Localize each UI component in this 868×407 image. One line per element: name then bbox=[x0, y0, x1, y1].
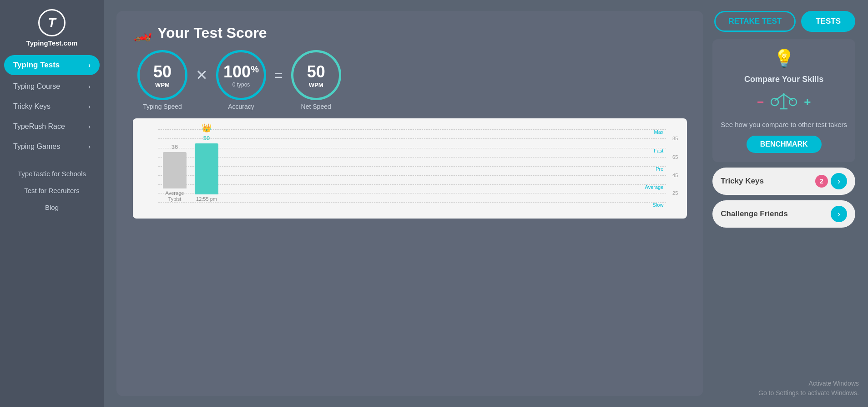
net-speed-container: 50 WPM Net Speed bbox=[291, 50, 341, 110]
sidebar-item-typing-tests[interactable]: Typing Tests › bbox=[4, 55, 100, 75]
chart-line-slow bbox=[158, 202, 666, 203]
bar-avg bbox=[163, 152, 187, 188]
sidebar-item-typing-games[interactable]: Typing Games › bbox=[4, 137, 100, 156]
chart-label-fast: Fast bbox=[654, 148, 663, 153]
net-speed-value: 50 bbox=[307, 62, 325, 81]
accuracy-value: 100 bbox=[223, 62, 251, 81]
svg-point-5 bbox=[789, 98, 797, 106]
compare-title: Compare Your Skills bbox=[744, 75, 823, 84]
typing-speed-unit: WPM bbox=[155, 81, 170, 88]
chart-bars: 36 AverageTypist 👑 50 12:55 pm bbox=[163, 123, 218, 202]
sidebar-item-blog[interactable]: Blog bbox=[4, 199, 100, 216]
speedometer-icon: 🏎️ bbox=[133, 24, 152, 42]
chart-line-65 bbox=[158, 157, 666, 158]
chart-line-max bbox=[158, 129, 666, 130]
main-content: 🏎️ Your Test Score 50 WPM Typing Speed ✕ bbox=[104, 0, 868, 407]
chart-line-avg bbox=[158, 184, 666, 185]
typing-speed-container: 50 WPM Typing Speed bbox=[137, 50, 187, 110]
action-buttons: RETAKE TEST TESTS bbox=[712, 11, 855, 32]
chart-inner: 85 65 45 25 Max Fast Pro Average Slow 36 bbox=[140, 125, 680, 215]
typing-speed-value: 50 bbox=[153, 62, 172, 81]
bar-user bbox=[195, 143, 218, 194]
plus-icon: + bbox=[804, 95, 811, 109]
bar-user-group: 👑 50 12:55 pm bbox=[195, 123, 218, 202]
accuracy-container: 100 % 0 typos Accuracy bbox=[216, 50, 266, 110]
logo-text: TypingTest.com bbox=[26, 39, 78, 47]
percent-sign: % bbox=[251, 62, 259, 75]
logo-area: T TypingTest.com bbox=[26, 9, 78, 47]
chevron-right-icon: › bbox=[88, 61, 91, 69]
nav-label-tricky-keys: Tricky Keys bbox=[13, 102, 50, 111]
chart-line-fast bbox=[158, 148, 666, 148]
right-panel: RETAKE TEST TESTS 💡 Compare Your Skills … bbox=[712, 11, 855, 396]
challenge-friends-arrow[interactable]: › bbox=[831, 206, 847, 222]
nav-label-typing-tests: Typing Tests bbox=[13, 61, 60, 70]
sidebar-item-typetastic[interactable]: TypeTastic for Schools bbox=[4, 165, 100, 182]
nav-label-typerush-race: TypeRush Race bbox=[13, 122, 65, 131]
chart-line-pro bbox=[158, 166, 666, 167]
bar-avg-value: 36 bbox=[172, 143, 178, 150]
scales-icon bbox=[770, 91, 797, 113]
chart-label-slow: Slow bbox=[653, 202, 664, 208]
chart-y-25: 25 bbox=[672, 190, 678, 196]
typing-speed-circle: 50 WPM bbox=[137, 50, 187, 100]
tricky-keys-right: 2 › bbox=[811, 173, 847, 189]
tricky-keys-arrow[interactable]: › bbox=[831, 173, 847, 189]
chart-area: 85 65 45 25 Max Fast Pro Average Slow 36 bbox=[133, 118, 687, 219]
accuracy-circle: 100 % 0 typos bbox=[216, 50, 266, 100]
logo-icon: T bbox=[48, 15, 56, 30]
benchmark-button[interactable]: BENCHMARK bbox=[747, 136, 822, 153]
tests-button[interactable]: TESTS bbox=[801, 11, 855, 32]
chevron-right-icon: › bbox=[88, 83, 91, 90]
chart-line-25 bbox=[158, 193, 666, 193]
typing-speed-label: Typing Speed bbox=[143, 103, 182, 110]
nav-label-typing-course: Typing Course bbox=[13, 82, 60, 91]
sidebar-item-typing-course[interactable]: Typing Course › bbox=[4, 77, 100, 96]
chart-label-max: Max bbox=[654, 129, 664, 135]
chart-label-average: Average bbox=[645, 184, 664, 190]
chart-y-85: 85 bbox=[672, 136, 678, 141]
bar-avg-label: AverageTypist bbox=[166, 190, 184, 202]
chevron-right-icon: › bbox=[88, 103, 91, 110]
logo-circle: T bbox=[38, 9, 66, 36]
accuracy-label: Accuracy bbox=[228, 103, 254, 110]
bar-user-label: 12:55 pm bbox=[196, 196, 217, 202]
multiply-operator: ✕ bbox=[196, 66, 208, 94]
chevron-right-icon: › bbox=[88, 123, 91, 130]
sidebar-item-test-recruiters[interactable]: Test for Recruiters bbox=[4, 182, 100, 199]
compare-scales: − + bbox=[757, 91, 811, 113]
compare-description: See how you compare to other test takers bbox=[721, 120, 847, 129]
nav-label-typing-games: Typing Games bbox=[13, 142, 60, 151]
net-speed-unit: WPM bbox=[309, 81, 323, 88]
tricky-keys-row[interactable]: Tricky Keys 2 › bbox=[712, 168, 855, 195]
challenge-friends-label: Challenge Friends bbox=[721, 209, 787, 219]
chart-line-45 bbox=[158, 175, 666, 176]
crown-icon: 👑 bbox=[202, 123, 212, 133]
content-area: 🏎️ Your Test Score 50 WPM Typing Speed ✕ bbox=[116, 11, 855, 396]
bar-avg-group: 36 AverageTypist bbox=[163, 143, 187, 202]
svg-line-0 bbox=[775, 94, 784, 101]
svg-point-4 bbox=[771, 98, 778, 106]
lightbulb-icon: 💡 bbox=[773, 48, 795, 68]
score-header: 🏎️ Your Test Score bbox=[133, 24, 687, 42]
retake-test-button[interactable]: RETAKE TEST bbox=[714, 11, 796, 32]
equals-operator: = bbox=[274, 67, 283, 94]
tricky-keys-label: Tricky Keys bbox=[721, 177, 764, 186]
sidebar: T TypingTest.com Typing Tests › Typing C… bbox=[0, 0, 104, 407]
tricky-keys-badge: 2 bbox=[815, 175, 828, 188]
challenge-friends-row[interactable]: Challenge Friends › bbox=[712, 200, 855, 228]
chart-label-pro: Pro bbox=[656, 166, 663, 172]
sidebar-item-tricky-keys[interactable]: Tricky Keys › bbox=[4, 97, 100, 116]
score-card: 🏎️ Your Test Score 50 WPM Typing Speed ✕ bbox=[116, 11, 703, 396]
chart-line-85 bbox=[158, 138, 666, 139]
sidebar-item-typerush-race[interactable]: TypeRush Race › bbox=[4, 117, 100, 136]
minus-icon: − bbox=[757, 95, 764, 109]
net-speed-label: Net Speed bbox=[301, 103, 331, 110]
score-title: Your Test Score bbox=[157, 25, 267, 41]
bar-user-value: 50 bbox=[203, 135, 210, 142]
chart-y-45: 45 bbox=[672, 173, 678, 178]
accuracy-sub: 0 typos bbox=[232, 81, 250, 88]
chart-y-65: 65 bbox=[672, 154, 678, 160]
svg-line-1 bbox=[784, 94, 793, 101]
compare-card: 💡 Compare Your Skills − + See ho bbox=[712, 39, 855, 162]
